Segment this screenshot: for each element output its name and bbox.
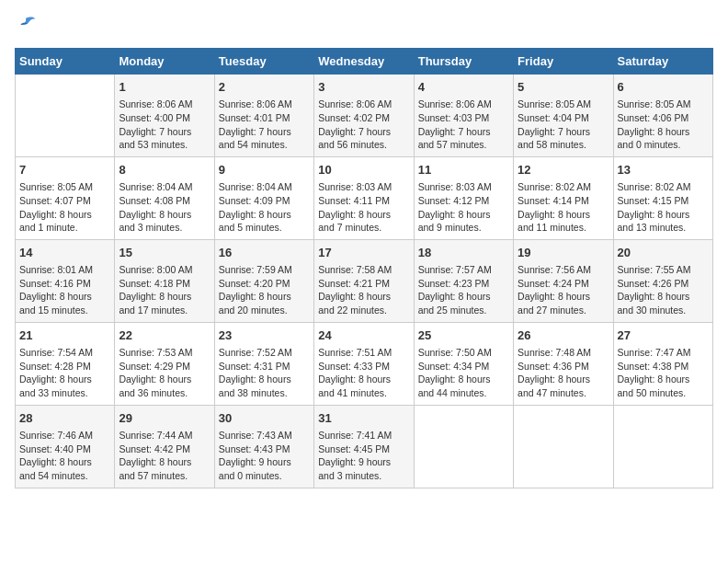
day-number: 3 [318,79,409,96]
day-number: 19 [518,245,609,261]
calendar-cell: 31Sunrise: 7:41 AM Sunset: 4:45 PM Dayli… [314,405,414,488]
day-number: 31 [318,410,409,427]
day-info: Sunrise: 7:43 AM Sunset: 4:43 PM Dayligh… [219,429,310,483]
day-number: 15 [119,245,210,261]
calendar-cell: 4Sunrise: 8:06 AM Sunset: 4:03 PM Daylig… [414,75,513,157]
day-info: Sunrise: 7:57 AM Sunset: 4:23 PM Dayligh… [418,263,509,317]
day-info: Sunrise: 8:01 AM Sunset: 4:16 PM Dayligh… [19,263,110,317]
calendar-cell: 9Sunrise: 8:04 AM Sunset: 4:09 PM Daylig… [214,156,313,239]
day-number: 12 [518,162,609,178]
day-info: Sunrise: 7:52 AM Sunset: 4:31 PM Dayligh… [219,346,310,400]
logo-bird-icon [15,15,37,37]
calendar-cell: 17Sunrise: 7:58 AM Sunset: 4:21 PM Dayli… [314,239,414,322]
day-number: 5 [518,79,609,96]
day-info: Sunrise: 8:05 AM Sunset: 4:06 PM Dayligh… [618,98,709,152]
header-row: Sunday Monday Tuesday Wednesday Thursday… [16,49,713,75]
page-header [15,15,713,40]
day-info: Sunrise: 8:04 AM Sunset: 4:08 PM Dayligh… [119,180,210,235]
calendar-cell: 29Sunrise: 7:44 AM Sunset: 4:42 PM Dayli… [115,405,214,488]
day-number: 24 [318,327,409,344]
day-number: 8 [119,162,210,178]
calendar-cell: 20Sunrise: 7:55 AM Sunset: 4:26 PM Dayli… [613,239,712,322]
day-number: 2 [219,79,310,96]
day-info: Sunrise: 7:59 AM Sunset: 4:20 PM Dayligh… [219,263,310,317]
calendar-cell: 22Sunrise: 7:53 AM Sunset: 4:29 PM Dayli… [115,322,214,405]
day-info: Sunrise: 7:48 AM Sunset: 4:36 PM Dayligh… [518,346,609,400]
day-info: Sunrise: 7:54 AM Sunset: 4:28 PM Dayligh… [19,346,110,400]
day-number: 25 [418,327,509,344]
header-friday: Friday [514,49,613,75]
day-number: 17 [318,245,409,261]
calendar-cell: 12Sunrise: 8:02 AM Sunset: 4:14 PM Dayli… [514,156,613,239]
calendar-cell: 21Sunrise: 7:54 AM Sunset: 4:28 PM Dayli… [16,322,115,405]
day-number: 26 [518,327,609,344]
calendar-cell: 28Sunrise: 7:46 AM Sunset: 4:40 PM Dayli… [16,405,115,488]
week-row-2: 7Sunrise: 8:05 AM Sunset: 4:07 PM Daylig… [16,156,713,239]
calendar-cell: 8Sunrise: 8:04 AM Sunset: 4:08 PM Daylig… [115,156,214,239]
logo [15,15,39,40]
day-info: Sunrise: 8:03 AM Sunset: 4:12 PM Dayligh… [418,180,509,235]
day-info: Sunrise: 8:03 AM Sunset: 4:11 PM Dayligh… [318,180,409,235]
calendar-cell: 15Sunrise: 8:00 AM Sunset: 4:18 PM Dayli… [115,239,214,322]
header-thursday: Thursday [414,49,513,75]
day-info: Sunrise: 7:41 AM Sunset: 4:45 PM Dayligh… [318,429,409,483]
day-info: Sunrise: 7:55 AM Sunset: 4:26 PM Dayligh… [618,263,709,317]
week-row-1: 1Sunrise: 8:06 AM Sunset: 4:00 PM Daylig… [16,75,713,157]
day-info: Sunrise: 8:02 AM Sunset: 4:15 PM Dayligh… [618,180,709,235]
calendar-cell: 2Sunrise: 8:06 AM Sunset: 4:01 PM Daylig… [214,75,313,157]
day-number: 21 [19,327,110,344]
calendar-cell: 10Sunrise: 8:03 AM Sunset: 4:11 PM Dayli… [314,156,414,239]
calendar-cell [514,405,613,488]
day-number: 4 [418,79,509,96]
day-number: 14 [19,245,110,261]
calendar-cell: 30Sunrise: 7:43 AM Sunset: 4:43 PM Dayli… [214,405,313,488]
day-info: Sunrise: 8:05 AM Sunset: 4:07 PM Dayligh… [19,180,110,235]
day-number: 16 [219,245,310,261]
header-wednesday: Wednesday [314,49,414,75]
day-number: 11 [418,162,509,178]
calendar-cell: 1Sunrise: 8:06 AM Sunset: 4:00 PM Daylig… [115,75,214,157]
day-number: 7 [19,162,110,178]
week-row-5: 28Sunrise: 7:46 AM Sunset: 4:40 PM Dayli… [16,405,713,488]
day-info: Sunrise: 7:53 AM Sunset: 4:29 PM Dayligh… [119,346,210,400]
week-row-3: 14Sunrise: 8:01 AM Sunset: 4:16 PM Dayli… [16,239,713,322]
calendar-table: Sunday Monday Tuesday Wednesday Thursday… [15,48,713,488]
header-tuesday: Tuesday [214,49,313,75]
calendar-cell: 3Sunrise: 8:06 AM Sunset: 4:02 PM Daylig… [314,75,414,157]
day-info: Sunrise: 8:06 AM Sunset: 4:02 PM Dayligh… [318,98,409,152]
week-row-4: 21Sunrise: 7:54 AM Sunset: 4:28 PM Dayli… [16,322,713,405]
day-info: Sunrise: 8:06 AM Sunset: 4:01 PM Dayligh… [219,98,310,152]
calendar-cell: 7Sunrise: 8:05 AM Sunset: 4:07 PM Daylig… [16,156,115,239]
day-number: 10 [318,162,409,178]
calendar-cell: 19Sunrise: 7:56 AM Sunset: 4:24 PM Dayli… [514,239,613,322]
day-info: Sunrise: 8:06 AM Sunset: 4:00 PM Dayligh… [119,98,210,152]
day-info: Sunrise: 8:05 AM Sunset: 4:04 PM Dayligh… [518,98,609,152]
calendar-cell: 26Sunrise: 7:48 AM Sunset: 4:36 PM Dayli… [514,322,613,405]
calendar-cell: 23Sunrise: 7:52 AM Sunset: 4:31 PM Dayli… [214,322,313,405]
day-info: Sunrise: 8:00 AM Sunset: 4:18 PM Dayligh… [119,263,210,317]
day-info: Sunrise: 7:46 AM Sunset: 4:40 PM Dayligh… [19,429,110,483]
day-info: Sunrise: 7:51 AM Sunset: 4:33 PM Dayligh… [318,346,409,400]
day-number: 20 [618,245,709,261]
day-number: 22 [119,327,210,344]
day-info: Sunrise: 7:47 AM Sunset: 4:38 PM Dayligh… [618,346,709,400]
calendar-cell: 25Sunrise: 7:50 AM Sunset: 4:34 PM Dayli… [414,322,513,405]
day-number: 13 [618,162,709,178]
calendar-cell: 14Sunrise: 8:01 AM Sunset: 4:16 PM Dayli… [16,239,115,322]
day-number: 1 [119,79,210,96]
day-number: 30 [219,410,310,427]
day-number: 28 [19,410,110,427]
day-info: Sunrise: 7:56 AM Sunset: 4:24 PM Dayligh… [518,263,609,317]
calendar-cell: 11Sunrise: 8:03 AM Sunset: 4:12 PM Dayli… [414,156,513,239]
day-info: Sunrise: 8:06 AM Sunset: 4:03 PM Dayligh… [418,98,509,152]
header-saturday: Saturday [613,49,712,75]
day-info: Sunrise: 7:58 AM Sunset: 4:21 PM Dayligh… [318,263,409,317]
calendar-cell [414,405,513,488]
header-sunday: Sunday [16,49,115,75]
day-info: Sunrise: 8:02 AM Sunset: 4:14 PM Dayligh… [518,180,609,235]
day-info: Sunrise: 7:50 AM Sunset: 4:34 PM Dayligh… [418,346,509,400]
day-info: Sunrise: 8:04 AM Sunset: 4:09 PM Dayligh… [219,180,310,235]
calendar-cell: 5Sunrise: 8:05 AM Sunset: 4:04 PM Daylig… [514,75,613,157]
header-monday: Monday [115,49,214,75]
calendar-cell: 18Sunrise: 7:57 AM Sunset: 4:23 PM Dayli… [414,239,513,322]
